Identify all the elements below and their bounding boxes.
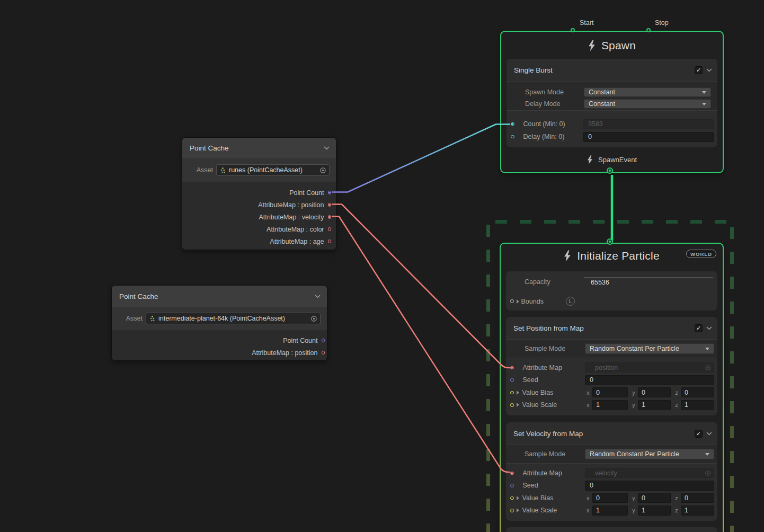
flow-port-spawn-output[interactable] [608, 169, 612, 173]
sample-mode-dropdown[interactable]: Random Constant Per Particle [585, 449, 714, 459]
value-bias-label: Value Bias [522, 389, 587, 396]
value-scale-row: Value Scale x 1 y 1 z 1 [506, 399, 717, 412]
attribute-map-field[interactable]: position [585, 362, 714, 373]
expander-triangle-icon[interactable] [517, 496, 519, 500]
value-scale-z-field[interactable]: 1 [681, 400, 714, 410]
space-badge-local[interactable]: L [566, 297, 575, 306]
value-bias-z-field[interactable]: 0 [681, 387, 714, 397]
value-bias-z-field[interactable]: 0 [681, 493, 714, 503]
output-label: Point Count [283, 337, 317, 344]
point-cache-planet-node[interactable]: Point Cache Asset intermediate-planet-64… [111, 285, 327, 361]
spawn-mode-dropdown[interactable]: Constant [584, 87, 711, 97]
point-cache-asset-icon [149, 315, 156, 322]
value-bias-input-port[interactable] [510, 391, 514, 395]
seed-field[interactable]: 0 [585, 481, 714, 491]
delay-mode-dropdown[interactable]: Constant [584, 99, 711, 109]
axis-x-label: x [586, 389, 590, 396]
point-cache-planet-header[interactable]: Point Cache [112, 286, 327, 307]
block-enabled-checkbox[interactable]: ✓ [695, 324, 703, 332]
spawn-node[interactable]: Spawn Single Burst ✓ Spawn Mode Constant… [500, 31, 724, 173]
node-title: Spawn [601, 39, 636, 52]
object-picker-icon[interactable] [319, 166, 327, 174]
expander-triangle-icon[interactable] [517, 508, 519, 512]
position-sphere-block[interactable]: Position (Sphere) ✓ [506, 527, 717, 532]
output-port-point-count[interactable] [322, 339, 325, 342]
output-port-age[interactable] [328, 240, 332, 243]
expander-triangle-icon[interactable] [517, 391, 519, 395]
output-label: AttributeMap : position [258, 201, 324, 209]
space-badge-world[interactable]: WORLD [686, 250, 716, 258]
node-title: Point Cache [190, 144, 324, 152]
collapse-chevron-icon[interactable] [706, 68, 712, 72]
value-bias-label: Value Bias [522, 494, 587, 502]
asset-object-field[interactable]: intermediate-planet-64k (PointCacheAsset… [146, 313, 321, 324]
value-scale-z-field[interactable]: 1 [681, 506, 714, 516]
asset-row: Asset intermediate-planet-64k (PointCach… [112, 307, 327, 330]
value-scale-label: Value Scale [522, 507, 587, 514]
flow-port-initialize-input[interactable] [608, 240, 612, 244]
edge-position-to-attributemap[interactable] [332, 205, 510, 368]
seed-input-port[interactable] [510, 378, 514, 382]
value-scale-x-field[interactable]: 1 [592, 506, 628, 516]
value-scale-input-port[interactable] [510, 509, 514, 512]
expander-triangle-icon[interactable] [517, 403, 519, 407]
count-input-port[interactable] [511, 122, 514, 126]
initialize-particle-node[interactable]: Initialize Particle WORLD Capacity 65536… [500, 243, 724, 532]
axis-z-label: z [674, 507, 679, 513]
seed-input-port[interactable] [510, 484, 514, 487]
bounds-input-port[interactable] [510, 299, 514, 303]
attribute-map-row: Attribute Map position [506, 361, 717, 374]
count-field[interactable]: 3583 [583, 119, 714, 129]
output-port-position[interactable] [328, 203, 332, 207]
object-picker-icon [704, 364, 712, 371]
axis-z-label: z [674, 402, 679, 408]
value-scale-x-field[interactable]: 1 [592, 400, 628, 410]
value-bias-x-field[interactable]: 0 [592, 387, 628, 397]
expander-triangle-icon[interactable] [517, 299, 519, 304]
single-burst-block[interactable]: Single Burst ✓ Spawn Mode Constant Delay… [507, 59, 717, 147]
output-port-position[interactable] [322, 351, 325, 354]
output-row-point-count: Point Count [112, 334, 325, 347]
set-position-from-map-block[interactable]: Set Position from Map ✓ Sample Mode Rand… [506, 317, 717, 415]
sample-mode-dropdown[interactable]: Random Constant Per Particle [585, 343, 714, 354]
value-scale-y-field[interactable]: 1 [638, 506, 671, 516]
value-bias-y-field[interactable]: 0 [638, 493, 671, 503]
axis-y-label: y [632, 389, 636, 396]
output-port-velocity[interactable] [328, 215, 332, 219]
attribute-map-input-port[interactable] [510, 472, 514, 475]
delay-field[interactable]: 0 [583, 132, 714, 142]
value-bias-input-port[interactable] [510, 496, 514, 500]
flow-port-start[interactable] [571, 28, 575, 32]
output-label: AttributeMap : velocity [259, 214, 324, 221]
capacity-field[interactable]: 65536 [584, 277, 713, 286]
set-velocity-from-map-block[interactable]: Set Velocity from Map ✓ Sample Mode Rand… [506, 422, 717, 521]
system-border-left [486, 225, 490, 532]
collapse-chevron-icon[interactable] [315, 295, 321, 298]
sample-mode-label: Sample Mode [525, 450, 585, 458]
attribute-map-field[interactable]: velocity [585, 468, 714, 478]
block-enabled-checkbox[interactable]: ✓ [695, 430, 703, 438]
bounds-label: Bounds [521, 298, 544, 305]
axis-x-label: x [586, 507, 590, 513]
block-enabled-checkbox[interactable]: ✓ [695, 66, 703, 74]
collapse-chevron-icon[interactable] [324, 146, 330, 150]
asset-object-field[interactable]: runes (PointCacheAsset) [216, 164, 330, 176]
value-bias-x-field[interactable]: 0 [592, 493, 628, 503]
point-cache-runes-node[interactable]: Point Cache Asset runes (PointCacheAsset… [182, 137, 336, 250]
object-picker-icon[interactable] [310, 315, 318, 323]
collapse-chevron-icon[interactable] [706, 326, 712, 330]
seed-field[interactable]: 0 [585, 375, 714, 385]
value-scale-input-port[interactable] [510, 403, 514, 407]
delay-input-port[interactable] [511, 135, 514, 139]
edge-velocity-to-attributemap[interactable] [332, 217, 510, 473]
collapse-chevron-icon[interactable] [706, 432, 712, 436]
flow-port-stop[interactable] [646, 28, 651, 32]
output-port-color[interactable] [328, 227, 332, 231]
vfx-graph-canvas[interactable]: Point Cache Asset runes (PointCacheAsset… [0, 0, 764, 532]
edge-pointcount-to-count[interactable] [332, 125, 510, 192]
attribute-map-input-port[interactable] [510, 366, 514, 370]
output-port-point-count[interactable] [328, 191, 332, 194]
point-cache-runes-header[interactable]: Point Cache [182, 138, 336, 158]
value-bias-y-field[interactable]: 0 [638, 387, 671, 397]
value-scale-y-field[interactable]: 1 [638, 400, 671, 410]
